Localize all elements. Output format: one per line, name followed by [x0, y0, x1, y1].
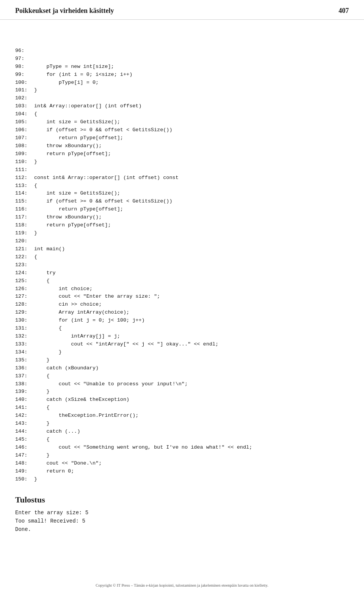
header-page-number: 407: [339, 7, 349, 15]
line-number: 143:: [15, 420, 34, 428]
table-row: 111:: [15, 166, 349, 174]
line-content: int size = GetitsSize();: [34, 190, 120, 198]
line-content: }: [34, 158, 37, 166]
line-number: 121:: [15, 245, 34, 253]
table-row: 108: throw xBoundary();: [15, 142, 349, 150]
line-content: }: [34, 86, 37, 94]
line-content: const int& Array::operator[] (int offset…: [34, 174, 179, 182]
line-content: if (offset >= 0 && offset < GetitsSize()…: [34, 198, 173, 206]
line-number: 110:: [15, 158, 34, 166]
line-content: for (int j = 0; j< 100; j++): [34, 317, 145, 325]
page-footer: Copyright © IT Press – Tämän e-kirjan ko…: [0, 583, 364, 587]
line-content: {: [34, 404, 50, 412]
line-number: 118:: [15, 221, 34, 229]
line-content: int& Array::operator[] (int offset): [34, 102, 142, 110]
table-row: 139: }: [15, 388, 349, 396]
table-row: 145: {: [15, 436, 349, 444]
line-number: 100:: [15, 79, 34, 87]
table-row: 125: {: [15, 277, 349, 285]
line-content: throw xBoundary();: [34, 142, 102, 150]
line-number: 126:: [15, 285, 34, 293]
output-section-title: Tulostus: [15, 495, 349, 505]
line-number: 132:: [15, 333, 34, 341]
line-number: 147:: [15, 452, 34, 460]
line-number: 102:: [15, 94, 34, 102]
table-row: 140: catch (xSize& theException): [15, 396, 349, 404]
table-row: 134: }: [15, 349, 349, 356]
line-number: 150:: [15, 476, 34, 484]
line-number: 114:: [15, 190, 34, 198]
table-row: 133: cout << "intArray[" << j << "] okay…: [15, 341, 349, 349]
line-content: cout << "Unable to process your input!\n…: [34, 380, 188, 388]
table-row: 96:: [15, 47, 349, 55]
table-row: 104:{: [15, 110, 349, 118]
line-number: 108:: [15, 142, 34, 150]
table-row: 97:: [15, 55, 349, 63]
table-row: 137: {: [15, 372, 349, 380]
line-content: cout << "Enter the array size: ";: [34, 293, 160, 301]
line-number: 120:: [15, 237, 34, 245]
table-row: 142: theException.PrintError();: [15, 412, 349, 420]
line-content: intArray[j] = j;: [34, 333, 120, 341]
table-row: 135: }: [15, 356, 349, 364]
table-row: 98: pType = new int[size];: [15, 63, 349, 71]
table-row: 147: }: [15, 452, 349, 460]
table-row: 136: catch (xBoundary): [15, 364, 349, 372]
line-content: if (offset >= 0 && offset < GetitsSize()…: [34, 126, 173, 134]
line-content: cin >> choice;: [34, 301, 102, 309]
table-row: 106: if (offset >= 0 && offset < GetitsS…: [15, 126, 349, 134]
table-row: 128: cin >> choice;: [15, 301, 349, 309]
line-number: 96:: [15, 47, 34, 55]
table-row: 149: return 0;: [15, 468, 349, 476]
line-content: pType = new int[size];: [34, 63, 114, 71]
table-row: 148: cout << "Done.\n";: [15, 460, 349, 468]
line-content: return 0;: [34, 468, 74, 476]
line-number: 111:: [15, 166, 34, 174]
line-content: cout << "Done.\n";: [34, 460, 102, 468]
table-row: 112:const int& Array::operator[] (int of…: [15, 174, 349, 182]
line-number: 149:: [15, 468, 34, 476]
table-row: 102:: [15, 94, 349, 102]
line-number: 99:: [15, 71, 34, 79]
line-number: 104:: [15, 110, 34, 118]
table-row: 130: for (int j = 0; j< 100; j++): [15, 317, 349, 325]
line-number: 141:: [15, 404, 34, 412]
line-content: {: [34, 182, 37, 190]
line-content: {: [34, 110, 37, 118]
line-content: throw xBoundary();: [34, 214, 102, 221]
line-number: 134:: [15, 349, 34, 356]
table-row: 143: }: [15, 420, 349, 428]
table-row: 99: for (int i = 0; i<size; i++): [15, 71, 349, 79]
header-title: Poikkeukset ja virheiden käsittely: [15, 7, 114, 15]
line-number: 103:: [15, 102, 34, 110]
line-number: 139:: [15, 388, 34, 396]
line-content: int size = GetitsSize();: [34, 118, 120, 126]
table-row: 117: throw xBoundary();: [15, 214, 349, 221]
line-content: }: [34, 349, 62, 356]
line-number: 131:: [15, 325, 34, 333]
table-row: 123:: [15, 261, 349, 269]
line-content: Array intArray(choice);: [34, 309, 129, 317]
line-number: 105:: [15, 118, 34, 126]
line-number: 98:: [15, 63, 34, 71]
output-line: Enter the array size: 5: [15, 509, 349, 517]
line-number: 113:: [15, 182, 34, 190]
line-number: 116:: [15, 206, 34, 214]
line-number: 115:: [15, 198, 34, 206]
table-row: 109: return pType[offset];: [15, 150, 349, 158]
table-row: 101:}: [15, 86, 349, 94]
line-number: 109:: [15, 150, 34, 158]
table-row: 129: Array intArray(choice);: [15, 309, 349, 317]
line-content: int main(): [34, 245, 65, 253]
line-number: 106:: [15, 126, 34, 134]
output-line: Done.: [15, 525, 349, 534]
content-area: 96:97:98: pType = new int[size];99: for …: [0, 20, 364, 542]
page-container: Poikkeukset ja virheiden käsittely 407 9…: [0, 0, 364, 595]
line-content: }: [34, 388, 50, 396]
line-number: 144:: [15, 428, 34, 436]
line-number: 101:: [15, 86, 34, 94]
table-row: 124: try: [15, 269, 349, 277]
line-content: catch (...): [34, 428, 80, 436]
line-number: 137:: [15, 372, 34, 380]
line-content: catch (xBoundary): [34, 364, 99, 372]
